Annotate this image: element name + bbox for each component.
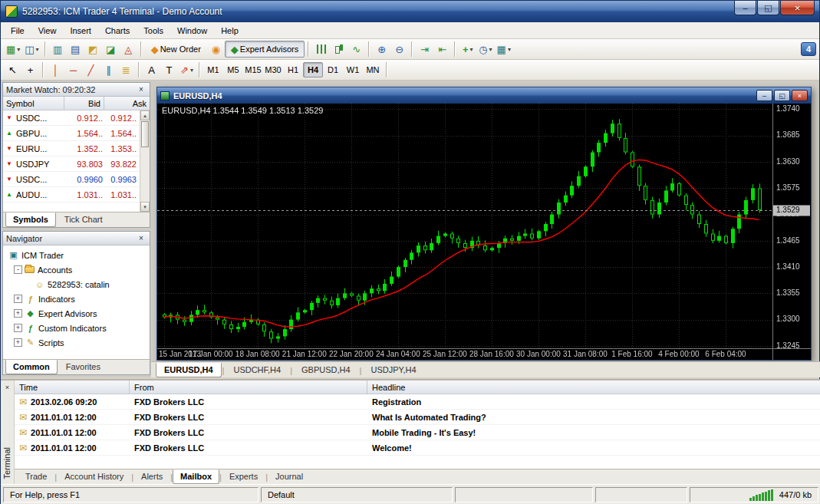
cursor-tool-button[interactable]: ↖	[4, 61, 21, 78]
trendline-tool-button[interactable]: ╱	[82, 61, 100, 78]
expert-advisors-button[interactable]: ◆ Expert Advisors	[225, 41, 305, 58]
tab-trade[interactable]: Trade	[18, 469, 54, 484]
timeframe-m1-button[interactable]: M1	[203, 62, 223, 77]
timeframe-mn-button[interactable]: MN	[363, 62, 383, 77]
new-order-button[interactable]: ◆ New Order	[145, 41, 207, 58]
vertical-line-tool-button[interactable]: │	[47, 61, 64, 78]
chart-close-button[interactable]: ×	[792, 90, 808, 101]
chart-restore-button[interactable]: ◱	[774, 90, 790, 101]
column-header-symbol[interactable]: Symbol	[3, 97, 64, 110]
expand-icon[interactable]: +	[14, 309, 22, 318]
price-chart-canvas[interactable]	[157, 104, 811, 360]
scrollbar-track[interactable]	[140, 148, 150, 202]
tab-favorites[interactable]: Favorites	[58, 360, 108, 374]
timeframe-m5-button[interactable]: M5	[223, 62, 243, 77]
tab-mailbox[interactable]: Mailbox	[173, 469, 219, 484]
navigator-toggle-button[interactable]: ◩	[84, 41, 102, 58]
timeframe-w1-button[interactable]: W1	[343, 62, 363, 77]
status-profile[interactable]: Default	[261, 487, 453, 502]
channel-tool-button[interactable]: ∥	[100, 61, 117, 78]
symbol-row[interactable]: ▼ USDC... 0.9960 0.9963	[3, 172, 150, 187]
scroll-down-icon[interactable]: ▾	[140, 202, 150, 212]
text-label-tool-button[interactable]: T	[160, 61, 178, 78]
bar-chart-mode-button[interactable]	[312, 41, 330, 58]
column-header-ask[interactable]: Ask	[104, 97, 150, 110]
tab-common[interactable]: Common	[5, 360, 58, 374]
tree-item-icm-trader[interactable]: ▣ ICM Trader	[3, 248, 150, 262]
tree-item-indicators[interactable]: + ƒ Indicators	[3, 292, 150, 306]
metaeditor-button[interactable]: ◉	[207, 41, 225, 58]
data-window-toggle-button[interactable]: ▤	[67, 41, 84, 58]
menu-view[interactable]: View	[31, 24, 64, 38]
menu-window[interactable]: Window	[170, 24, 214, 38]
tree-item-expert-advisors[interactable]: + ◆ Expert Advisors	[3, 306, 150, 321]
candlestick-mode-button[interactable]	[330, 41, 347, 58]
expand-icon[interactable]: +	[14, 324, 22, 332]
timeframe-m15-button[interactable]: M15	[243, 62, 263, 77]
periods-button[interactable]: ◷ ▾	[476, 41, 494, 58]
expand-icon[interactable]: +	[14, 338, 22, 347]
menu-file[interactable]: File	[4, 24, 31, 38]
tree-item-account-catalin[interactable]: ☺ 5282953: catalin	[3, 277, 150, 292]
symbol-row[interactable]: ▼ EURU... 1.352.. 1.353..	[3, 141, 150, 156]
line-chart-mode-button[interactable]: ∿	[347, 41, 365, 58]
expand-icon[interactable]: +	[14, 295, 22, 303]
tree-item-accounts[interactable]: - Accounts	[3, 262, 150, 277]
symbol-row[interactable]: ▼ USDC... 0.912.. 0.912..	[3, 110, 150, 126]
zoom-in-button[interactable]: ⊕	[373, 41, 390, 58]
symbol-row[interactable]: ▼ USDJPY 93.803 93.822	[3, 156, 150, 172]
column-header-time[interactable]: Time	[15, 380, 130, 394]
market-watch-toggle-button[interactable]: ▥	[49, 41, 67, 58]
minimize-button[interactable]: –	[734, 1, 756, 15]
tab-experts[interactable]: Experts	[222, 469, 265, 484]
chart-tab-gbpusd[interactable]: GBPUSD,H4	[293, 363, 359, 377]
chart-shift-button[interactable]: ⇤	[433, 41, 451, 58]
chart-tab-usdjpy[interactable]: USDJPY,H4	[362, 363, 424, 377]
symbol-row[interactable]: ▲ AUDU... 1.031.. 1.031..	[3, 187, 150, 203]
strategy-tester-toggle-button[interactable]: ◬	[120, 41, 137, 58]
tree-item-scripts[interactable]: + ✎ Scripts	[3, 335, 150, 350]
horizontal-line-tool-button[interactable]: ─	[64, 61, 82, 78]
market-watch-close-button[interactable]: ×	[136, 84, 147, 95]
templates-button[interactable]: ▦ ▾	[495, 41, 513, 58]
new-chart-button[interactable]: ▦ ▾	[4, 41, 22, 58]
menu-charts[interactable]: Charts	[98, 24, 137, 38]
menu-help[interactable]: Help	[214, 24, 245, 38]
scroll-up-icon[interactable]: ▴	[140, 110, 150, 120]
chart-minimize-button[interactable]: –	[756, 90, 772, 101]
timeframe-d1-button[interactable]: D1	[323, 62, 343, 77]
community-button[interactable]: 4	[801, 42, 816, 56]
menu-tools[interactable]: Tools	[137, 24, 170, 38]
terminal-close-button[interactable]: ×	[2, 382, 12, 392]
tab-journal[interactable]: Journal	[268, 469, 311, 484]
menu-insert[interactable]: Insert	[63, 24, 98, 38]
auto-scroll-button[interactable]: ⇥	[416, 41, 433, 58]
mail-row[interactable]: ✉2013.02.06 09:20 FXD Brokers LLC Regist…	[15, 394, 820, 410]
column-header-bid[interactable]: Bid	[64, 97, 104, 110]
chart-tab-usdchf[interactable]: USDCHF,H4	[225, 363, 289, 377]
scrollbar-thumb[interactable]	[141, 121, 149, 147]
column-header-from[interactable]: From	[130, 380, 367, 394]
market-watch-scrollbar[interactable]: ▴ ▾	[140, 110, 150, 212]
fibonacci-tool-button[interactable]: ≣	[117, 61, 135, 78]
close-button[interactable]: ×	[780, 1, 815, 15]
tab-tick-chart[interactable]: Tick Chart	[57, 212, 110, 227]
mail-row[interactable]: ✉2011.01.01 12:00 FXD Brokers LLC Welcom…	[15, 440, 820, 456]
zoom-out-button[interactable]: ⊖	[390, 41, 408, 58]
terminal-toggle-button[interactable]: ◪	[102, 41, 120, 58]
crosshair-tool-button[interactable]: +	[21, 61, 39, 78]
arrows-tool-button[interactable]: ⇗ ▾	[178, 61, 196, 78]
timeframe-h1-button[interactable]: H1	[283, 62, 303, 77]
symbol-row[interactable]: ▲ GBPU... 1.564.. 1.564..	[3, 126, 150, 141]
chart-tab-eurusd[interactable]: EURUSD,H4	[156, 363, 222, 377]
text-tool-button[interactable]: A	[143, 61, 160, 78]
mail-row[interactable]: ✉2011.01.01 12:00 FXD Brokers LLC Mobile…	[15, 425, 820, 440]
indicators-button[interactable]: + ▾	[459, 41, 476, 58]
tab-symbols[interactable]: Symbols	[5, 212, 56, 227]
tab-alerts[interactable]: Alerts	[133, 469, 170, 484]
column-header-headline[interactable]: Headline	[367, 380, 820, 394]
tree-item-custom-indicators[interactable]: + ƒ Custom Indicators	[3, 321, 150, 335]
profiles-button[interactable]: ◫ ▾	[22, 41, 41, 58]
chart-window-titlebar[interactable]: EURUSD,H4 – ◱ ×	[157, 87, 811, 104]
collapse-icon[interactable]: -	[14, 265, 22, 274]
